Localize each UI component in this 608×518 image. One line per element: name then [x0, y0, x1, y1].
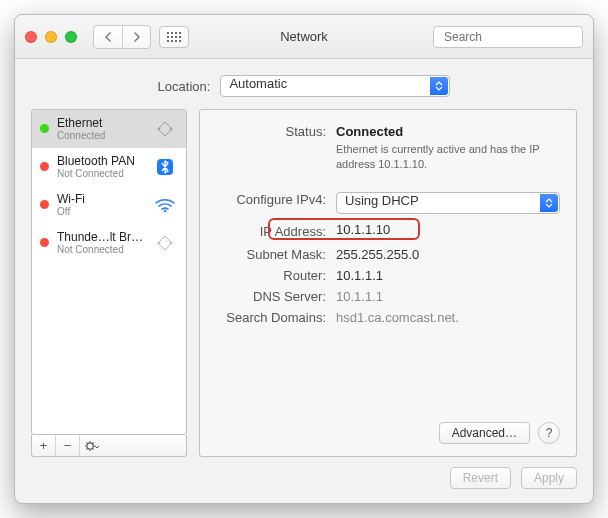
svg-rect-1: [171, 32, 173, 34]
grid-icon: [167, 32, 181, 42]
status-dot-icon: [40, 162, 49, 171]
services-list: Ethernet Connected Bluetooth PAN Not Con…: [31, 109, 187, 435]
router-label: Router:: [216, 268, 336, 283]
location-label: Location:: [158, 79, 211, 94]
gear-icon: [84, 440, 100, 452]
nav-back-forward: [93, 25, 151, 49]
configure-ipv4-row: Configure IPv4: Using DHCP: [216, 192, 560, 214]
window-controls: [25, 31, 77, 43]
zoom-button[interactable]: [65, 31, 77, 43]
svg-point-14: [158, 128, 160, 130]
ip-address-value: 10.1.1.10: [336, 222, 560, 237]
popup-arrows-icon: [540, 194, 558, 212]
configure-ipv4-popup[interactable]: Using DHCP: [336, 192, 560, 214]
service-name: Ethernet: [57, 116, 144, 130]
service-thunderbolt-bridge[interactable]: Thunde…lt Bridge Not Connected: [32, 224, 186, 262]
svg-rect-0: [167, 32, 169, 34]
revert-button[interactable]: Revert: [450, 467, 511, 489]
svg-rect-7: [179, 36, 181, 38]
add-service-button[interactable]: +: [32, 435, 56, 456]
svg-rect-10: [175, 40, 177, 42]
ip-address-row: IP Address:10.1.1.10: [216, 220, 560, 241]
search-field[interactable]: [433, 26, 583, 48]
main-panes: Ethernet Connected Bluetooth PAN Not Con…: [15, 109, 593, 467]
sidebar-wrap: Ethernet Connected Bluetooth PAN Not Con…: [31, 109, 187, 457]
router-row: Router: 10.1.1.1: [216, 268, 560, 283]
subnet-mask-row: Subnet Mask: 255.255.255.0: [216, 247, 560, 262]
status-dot-icon: [40, 124, 49, 133]
service-bluetooth-pan[interactable]: Bluetooth PAN Not Connected: [32, 148, 186, 186]
status-description: Ethernet is currently active and has the…: [336, 142, 560, 172]
location-popup[interactable]: Automatic: [220, 75, 450, 97]
service-status: Off: [57, 206, 144, 217]
location-value: Automatic: [221, 76, 313, 96]
status-dot-icon: [40, 200, 49, 209]
search-domains-value: hsd1.ca.comcast.net.: [336, 310, 560, 325]
advanced-row: Advanced… ?: [216, 422, 560, 444]
svg-line-27: [93, 442, 94, 443]
service-status: Not Connected: [57, 168, 144, 179]
remove-service-button[interactable]: −: [56, 435, 80, 456]
services-toolbar: + −: [31, 435, 187, 457]
service-name: Wi-Fi: [57, 192, 144, 206]
show-all-button[interactable]: [159, 26, 189, 48]
back-button[interactable]: [94, 26, 122, 48]
configure-ipv4-value: Using DHCP: [337, 193, 445, 213]
svg-point-20: [87, 442, 93, 448]
svg-rect-4: [167, 36, 169, 38]
search-domains-row: Search Domains: hsd1.ca.comcast.net.: [216, 310, 560, 325]
dns-server-label: DNS Server:: [216, 289, 336, 304]
service-status: Not Connected: [57, 244, 144, 255]
service-name: Bluetooth PAN: [57, 154, 144, 168]
apply-button[interactable]: Apply: [521, 467, 577, 489]
svg-point-19: [170, 242, 172, 244]
subnet-mask-label: Subnet Mask:: [216, 247, 336, 262]
ip-address-label: IP Address:: [216, 222, 336, 241]
dns-server-row: DNS Server: 10.1.1.1: [216, 289, 560, 304]
search-input[interactable]: [444, 30, 594, 44]
svg-rect-8: [167, 40, 169, 42]
network-prefpane-window: Network Location: Automatic Et: [14, 14, 594, 504]
services-action-menu[interactable]: [80, 435, 104, 456]
service-ethernet[interactable]: Ethernet Connected: [32, 110, 186, 148]
service-status: Connected: [57, 130, 144, 141]
service-wifi[interactable]: Wi-Fi Off: [32, 186, 186, 224]
footer-buttons: Revert Apply: [15, 467, 593, 503]
wifi-icon: [152, 195, 178, 215]
router-value: 10.1.1.1: [336, 268, 560, 283]
titlebar: Network: [15, 15, 593, 59]
advanced-button[interactable]: Advanced…: [439, 422, 530, 444]
thunderbolt-bridge-icon: [152, 233, 178, 253]
minimize-button[interactable]: [45, 31, 57, 43]
subnet-mask-value: 255.255.255.0: [336, 247, 560, 262]
popup-arrows-icon: [430, 77, 448, 95]
ethernet-icon: [152, 119, 178, 139]
service-name: Thunde…lt Bridge: [57, 230, 144, 244]
svg-line-28: [87, 448, 88, 449]
location-row: Location: Automatic: [15, 59, 593, 109]
status-row: Status: Connected Ethernet is currently …: [216, 124, 560, 172]
chevron-right-icon: [133, 32, 141, 42]
chevron-left-icon: [104, 32, 112, 42]
svg-point-18: [158, 242, 160, 244]
status-value: Connected: [336, 124, 403, 139]
svg-rect-9: [171, 40, 173, 42]
svg-point-15: [170, 128, 172, 130]
svg-line-25: [87, 442, 88, 443]
svg-rect-2: [175, 32, 177, 34]
help-button[interactable]: ?: [538, 422, 560, 444]
svg-rect-3: [179, 32, 181, 34]
svg-rect-11: [179, 40, 181, 42]
configure-ipv4-label: Configure IPv4:: [216, 192, 336, 207]
svg-rect-6: [175, 36, 177, 38]
bluetooth-icon: [152, 157, 178, 177]
dns-server-value: 10.1.1.1: [336, 289, 560, 304]
status-dot-icon: [40, 238, 49, 247]
svg-rect-5: [171, 36, 173, 38]
search-domains-label: Search Domains:: [216, 310, 336, 325]
svg-point-17: [164, 209, 167, 212]
service-detail-pane: Status: Connected Ethernet is currently …: [199, 109, 577, 457]
status-label: Status:: [216, 124, 336, 139]
close-button[interactable]: [25, 31, 37, 43]
forward-button[interactable]: [122, 26, 150, 48]
